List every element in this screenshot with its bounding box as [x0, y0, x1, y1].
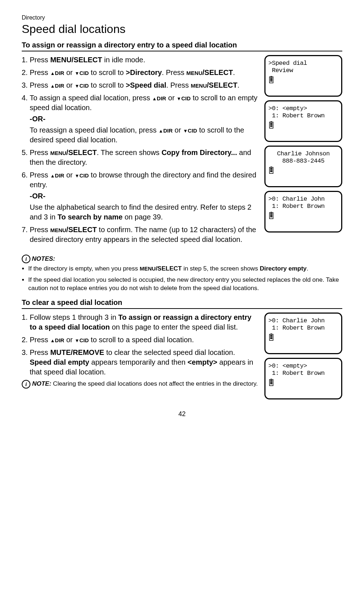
step-6: Press DIR or CID to browse through the d… [30, 170, 259, 222]
up-arrow-icon [50, 171, 55, 179]
info-icon: i [22, 380, 30, 389]
down-arrow-icon [177, 94, 181, 102]
svg-rect-14 [270, 171, 272, 172]
info-icon: i [22, 255, 30, 263]
svg-rect-13 [270, 169, 272, 171]
step-2: Press DIR or CID to scroll to a speed di… [30, 335, 259, 345]
svg-rect-12 [270, 168, 272, 169]
svg-rect-8 [270, 124, 272, 125]
notes-list: If the directory is empty, when you pres… [22, 265, 342, 293]
clear-steps: Follow steps 1 through 3 in To assign or… [22, 313, 259, 377]
lcd-screen-speed-dial-menu: >Speed dial Review [264, 55, 342, 97]
svg-rect-3 [270, 79, 272, 80]
battery-icon [269, 76, 273, 83]
up-arrow-icon [159, 126, 163, 134]
battery-icon [269, 167, 273, 174]
down-arrow-icon [183, 126, 188, 134]
clear-note: i NOTE: Clearing the speed dial location… [22, 380, 259, 389]
up-arrow-icon [50, 336, 55, 344]
svg-rect-4 [270, 80, 272, 81]
step-1: Press MENU/SELECT in idle mode. [30, 55, 259, 65]
notes-header: i NOTES: [22, 255, 342, 263]
up-arrow-icon [50, 81, 55, 89]
svg-rect-27 [270, 380, 272, 381]
page-title: Speed dial locations [22, 22, 342, 36]
battery-icon [269, 379, 273, 386]
step-1: Follow steps 1 through 3 in To assign or… [30, 313, 259, 332]
note-item: If the directory is empty, when you pres… [28, 265, 342, 273]
battery-icon [269, 212, 273, 219]
svg-rect-24 [270, 338, 272, 339]
down-arrow-icon [75, 81, 79, 89]
step-3: Press MUTE/REMOVE to clear the selected … [30, 348, 259, 377]
svg-rect-28 [270, 382, 272, 383]
lcd-screen-assigned: >0: Charlie John 1: Robert Brown [264, 191, 342, 232]
section-heading-clear: To clear a speed dial location [22, 298, 342, 309]
lcd-screen-empty-slot: >0: <empty> 1: Robert Brown [264, 100, 342, 142]
svg-rect-17 [270, 213, 272, 214]
down-arrow-icon [75, 68, 79, 76]
svg-rect-18 [270, 215, 272, 216]
page-number: 42 [22, 410, 342, 418]
assign-steps: Press MENU/SELECT in idle mode. Press DI… [22, 55, 259, 244]
up-arrow-icon [152, 94, 157, 102]
section-heading-assign: To assign or reassign a directory entry … [22, 41, 342, 51]
lcd-screen-after-clear: >0: <empty> 1: Robert Brown [264, 358, 342, 399]
svg-rect-22 [270, 335, 272, 336]
svg-rect-29 [270, 383, 272, 384]
note-item: If the speed dial location you selected … [28, 276, 342, 293]
down-arrow-icon [75, 171, 79, 179]
breadcrumb: Directory [22, 14, 342, 21]
lcd-screen-directory-entry: Charlie Johnson 888-883-2445 [264, 146, 342, 187]
down-arrow-icon [75, 336, 79, 344]
svg-rect-23 [270, 336, 272, 338]
step-7: Press MENU/SELECT to confirm. The name (… [30, 225, 259, 244]
svg-rect-7 [270, 123, 272, 124]
step-5: Press MENU/SELECT. The screen shows Copy… [30, 148, 259, 167]
up-arrow-icon [50, 68, 55, 76]
lcd-screen-before-clear: >0: Charlie John 1: Robert Brown [264, 313, 342, 354]
svg-rect-2 [270, 77, 272, 79]
battery-icon [269, 334, 273, 341]
svg-rect-9 [270, 126, 272, 127]
svg-rect-19 [270, 216, 272, 217]
battery-icon [269, 121, 273, 129]
step-2: Press DIR or CID to scroll to >Directory… [30, 68, 259, 77]
step-3: Press DIR or CID to scroll to >Speed dia… [30, 80, 259, 90]
step-4: To assign a speed dial location, press D… [30, 93, 259, 145]
